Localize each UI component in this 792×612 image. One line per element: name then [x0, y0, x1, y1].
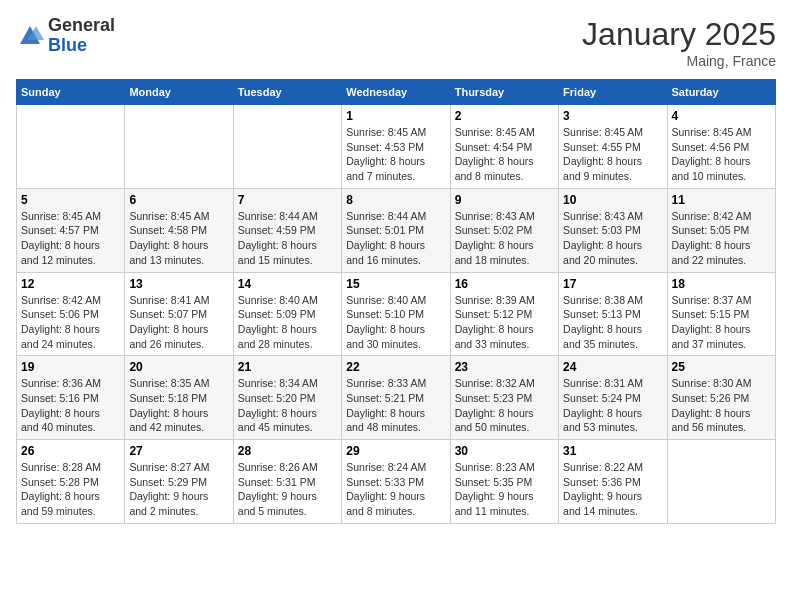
- day-info: Sunrise: 8:28 AM Sunset: 5:28 PM Dayligh…: [21, 460, 120, 519]
- logo-blue-text: Blue: [48, 36, 115, 56]
- day-number: 4: [672, 109, 771, 123]
- calendar-cell: 4Sunrise: 8:45 AM Sunset: 4:56 PM Daylig…: [667, 105, 775, 189]
- day-info: Sunrise: 8:23 AM Sunset: 5:35 PM Dayligh…: [455, 460, 554, 519]
- day-info: Sunrise: 8:42 AM Sunset: 5:06 PM Dayligh…: [21, 293, 120, 352]
- day-info: Sunrise: 8:37 AM Sunset: 5:15 PM Dayligh…: [672, 293, 771, 352]
- title-area: January 2025 Maing, France: [582, 16, 776, 69]
- day-number: 25: [672, 360, 771, 374]
- calendar-cell: [233, 105, 341, 189]
- day-info: Sunrise: 8:22 AM Sunset: 5:36 PM Dayligh…: [563, 460, 662, 519]
- day-info: Sunrise: 8:30 AM Sunset: 5:26 PM Dayligh…: [672, 376, 771, 435]
- day-number: 8: [346, 193, 445, 207]
- day-info: Sunrise: 8:27 AM Sunset: 5:29 PM Dayligh…: [129, 460, 228, 519]
- calendar-cell: 6Sunrise: 8:45 AM Sunset: 4:58 PM Daylig…: [125, 188, 233, 272]
- calendar-week-row: 26Sunrise: 8:28 AM Sunset: 5:28 PM Dayli…: [17, 440, 776, 524]
- day-info: Sunrise: 8:35 AM Sunset: 5:18 PM Dayligh…: [129, 376, 228, 435]
- day-info: Sunrise: 8:45 AM Sunset: 4:57 PM Dayligh…: [21, 209, 120, 268]
- day-number: 15: [346, 277, 445, 291]
- day-number: 22: [346, 360, 445, 374]
- calendar-cell: 1Sunrise: 8:45 AM Sunset: 4:53 PM Daylig…: [342, 105, 450, 189]
- logo-icon: [16, 22, 44, 50]
- day-number: 13: [129, 277, 228, 291]
- weekday-header: Monday: [125, 80, 233, 105]
- weekday-header: Wednesday: [342, 80, 450, 105]
- day-info: Sunrise: 8:38 AM Sunset: 5:13 PM Dayligh…: [563, 293, 662, 352]
- day-number: 7: [238, 193, 337, 207]
- day-number: 18: [672, 277, 771, 291]
- day-number: 26: [21, 444, 120, 458]
- day-number: 20: [129, 360, 228, 374]
- calendar-cell: 27Sunrise: 8:27 AM Sunset: 5:29 PM Dayli…: [125, 440, 233, 524]
- weekday-header-row: SundayMondayTuesdayWednesdayThursdayFrid…: [17, 80, 776, 105]
- calendar-cell: 11Sunrise: 8:42 AM Sunset: 5:05 PM Dayli…: [667, 188, 775, 272]
- day-number: 10: [563, 193, 662, 207]
- calendar-cell: 8Sunrise: 8:44 AM Sunset: 5:01 PM Daylig…: [342, 188, 450, 272]
- day-info: Sunrise: 8:44 AM Sunset: 4:59 PM Dayligh…: [238, 209, 337, 268]
- weekday-header: Tuesday: [233, 80, 341, 105]
- calendar-cell: [667, 440, 775, 524]
- day-info: Sunrise: 8:41 AM Sunset: 5:07 PM Dayligh…: [129, 293, 228, 352]
- calendar-cell: 19Sunrise: 8:36 AM Sunset: 5:16 PM Dayli…: [17, 356, 125, 440]
- day-number: 12: [21, 277, 120, 291]
- calendar-cell: 14Sunrise: 8:40 AM Sunset: 5:09 PM Dayli…: [233, 272, 341, 356]
- day-info: Sunrise: 8:45 AM Sunset: 4:55 PM Dayligh…: [563, 125, 662, 184]
- calendar-cell: 18Sunrise: 8:37 AM Sunset: 5:15 PM Dayli…: [667, 272, 775, 356]
- calendar-week-row: 19Sunrise: 8:36 AM Sunset: 5:16 PM Dayli…: [17, 356, 776, 440]
- day-number: 31: [563, 444, 662, 458]
- calendar-cell: 31Sunrise: 8:22 AM Sunset: 5:36 PM Dayli…: [559, 440, 667, 524]
- day-info: Sunrise: 8:45 AM Sunset: 4:54 PM Dayligh…: [455, 125, 554, 184]
- calendar-cell: 22Sunrise: 8:33 AM Sunset: 5:21 PM Dayli…: [342, 356, 450, 440]
- day-number: 9: [455, 193, 554, 207]
- calendar-cell: 2Sunrise: 8:45 AM Sunset: 4:54 PM Daylig…: [450, 105, 558, 189]
- calendar-cell: 28Sunrise: 8:26 AM Sunset: 5:31 PM Dayli…: [233, 440, 341, 524]
- day-info: Sunrise: 8:42 AM Sunset: 5:05 PM Dayligh…: [672, 209, 771, 268]
- calendar-cell: 13Sunrise: 8:41 AM Sunset: 5:07 PM Dayli…: [125, 272, 233, 356]
- calendar-cell: 29Sunrise: 8:24 AM Sunset: 5:33 PM Dayli…: [342, 440, 450, 524]
- day-info: Sunrise: 8:43 AM Sunset: 5:03 PM Dayligh…: [563, 209, 662, 268]
- weekday-header: Thursday: [450, 80, 558, 105]
- weekday-header: Saturday: [667, 80, 775, 105]
- day-number: 11: [672, 193, 771, 207]
- day-number: 1: [346, 109, 445, 123]
- calendar: SundayMondayTuesdayWednesdayThursdayFrid…: [16, 79, 776, 524]
- calendar-week-row: 1Sunrise: 8:45 AM Sunset: 4:53 PM Daylig…: [17, 105, 776, 189]
- day-number: 2: [455, 109, 554, 123]
- day-info: Sunrise: 8:33 AM Sunset: 5:21 PM Dayligh…: [346, 376, 445, 435]
- day-info: Sunrise: 8:45 AM Sunset: 4:56 PM Dayligh…: [672, 125, 771, 184]
- calendar-cell: 9Sunrise: 8:43 AM Sunset: 5:02 PM Daylig…: [450, 188, 558, 272]
- calendar-cell: [17, 105, 125, 189]
- day-number: 28: [238, 444, 337, 458]
- weekday-header: Sunday: [17, 80, 125, 105]
- calendar-cell: [125, 105, 233, 189]
- day-number: 17: [563, 277, 662, 291]
- day-number: 23: [455, 360, 554, 374]
- day-info: Sunrise: 8:45 AM Sunset: 4:53 PM Dayligh…: [346, 125, 445, 184]
- day-number: 27: [129, 444, 228, 458]
- day-info: Sunrise: 8:45 AM Sunset: 4:58 PM Dayligh…: [129, 209, 228, 268]
- calendar-cell: 16Sunrise: 8:39 AM Sunset: 5:12 PM Dayli…: [450, 272, 558, 356]
- day-number: 30: [455, 444, 554, 458]
- day-info: Sunrise: 8:40 AM Sunset: 5:10 PM Dayligh…: [346, 293, 445, 352]
- day-number: 6: [129, 193, 228, 207]
- day-number: 24: [563, 360, 662, 374]
- calendar-cell: 5Sunrise: 8:45 AM Sunset: 4:57 PM Daylig…: [17, 188, 125, 272]
- calendar-week-row: 5Sunrise: 8:45 AM Sunset: 4:57 PM Daylig…: [17, 188, 776, 272]
- calendar-cell: 26Sunrise: 8:28 AM Sunset: 5:28 PM Dayli…: [17, 440, 125, 524]
- day-info: Sunrise: 8:44 AM Sunset: 5:01 PM Dayligh…: [346, 209, 445, 268]
- calendar-week-row: 12Sunrise: 8:42 AM Sunset: 5:06 PM Dayli…: [17, 272, 776, 356]
- calendar-cell: 15Sunrise: 8:40 AM Sunset: 5:10 PM Dayli…: [342, 272, 450, 356]
- calendar-cell: 7Sunrise: 8:44 AM Sunset: 4:59 PM Daylig…: [233, 188, 341, 272]
- day-info: Sunrise: 8:26 AM Sunset: 5:31 PM Dayligh…: [238, 460, 337, 519]
- day-info: Sunrise: 8:39 AM Sunset: 5:12 PM Dayligh…: [455, 293, 554, 352]
- day-info: Sunrise: 8:31 AM Sunset: 5:24 PM Dayligh…: [563, 376, 662, 435]
- calendar-cell: 3Sunrise: 8:45 AM Sunset: 4:55 PM Daylig…: [559, 105, 667, 189]
- day-number: 5: [21, 193, 120, 207]
- calendar-cell: 30Sunrise: 8:23 AM Sunset: 5:35 PM Dayli…: [450, 440, 558, 524]
- day-info: Sunrise: 8:32 AM Sunset: 5:23 PM Dayligh…: [455, 376, 554, 435]
- day-info: Sunrise: 8:40 AM Sunset: 5:09 PM Dayligh…: [238, 293, 337, 352]
- header: General Blue January 2025 Maing, France: [16, 16, 776, 69]
- day-number: 16: [455, 277, 554, 291]
- month-title: January 2025: [582, 16, 776, 53]
- calendar-cell: 23Sunrise: 8:32 AM Sunset: 5:23 PM Dayli…: [450, 356, 558, 440]
- calendar-cell: 25Sunrise: 8:30 AM Sunset: 5:26 PM Dayli…: [667, 356, 775, 440]
